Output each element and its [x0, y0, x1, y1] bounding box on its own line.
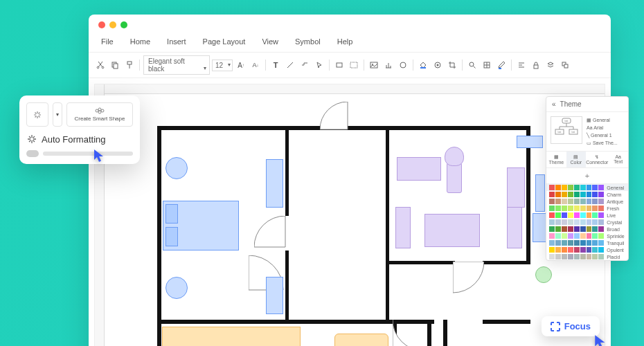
auto-formatting-row[interactable]: Auto Formatting	[26, 134, 133, 145]
auto-icon-btn[interactable]	[26, 102, 48, 127]
table-icon[interactable]	[481, 59, 493, 71]
line-tool-icon[interactable]	[284, 59, 296, 71]
minimize-icon[interactable]	[109, 21, 116, 28]
layers-icon[interactable]	[544, 59, 557, 71]
cut-icon[interactable]	[94, 59, 107, 71]
text-tool-icon[interactable]: T	[269, 59, 282, 71]
theme-thumbnail[interactable]: texttexttext	[551, 116, 582, 144]
chart-icon[interactable]	[382, 59, 395, 71]
furniture-armchair[interactable]	[447, 163, 462, 193]
ruler-h	[95, 84, 605, 94]
theme-panel: «Theme texttexttext ▦ General Aa Arial ╲…	[546, 96, 629, 261]
palette-label: Antique	[605, 199, 625, 204]
theme-tab-theme[interactable]: ▦Theme	[546, 152, 566, 167]
lock-icon[interactable]	[530, 59, 542, 71]
theme-tab-connector[interactable]: ↯Connector	[586, 152, 608, 167]
theme-tab-color[interactable]: ▤Color	[566, 152, 587, 167]
palette-row[interactable]: Placid	[546, 253, 628, 260]
furniture-table-side[interactable]	[507, 167, 525, 208]
palette-row[interactable]: Broad	[546, 226, 628, 233]
search-icon[interactable]	[466, 59, 478, 71]
copy-icon[interactable]	[109, 59, 121, 71]
svg-text:text: text	[565, 120, 569, 122]
menu-file[interactable]: File	[94, 35, 120, 48]
palette-row[interactable]: Fresh	[546, 205, 628, 212]
size-select[interactable]: 12	[212, 60, 233, 71]
theme-opt-general1[interactable]: ╲ General 1	[585, 131, 624, 139]
palette-row[interactable]: Antique	[546, 198, 628, 205]
menu-page-layout[interactable]: Page Layout	[196, 35, 253, 48]
arrange-icon[interactable]	[559, 59, 571, 71]
svg-text:text: text	[572, 131, 575, 134]
svg-point-24	[98, 108, 101, 111]
furniture-sofa-bottom[interactable]	[334, 334, 388, 346]
increase-font-icon[interactable]: A↑	[235, 59, 247, 71]
crop-icon[interactable]	[446, 59, 458, 71]
container-icon[interactable]	[348, 59, 360, 71]
furniture-cabinet[interactable]	[266, 277, 283, 314]
svg-rect-16	[564, 64, 568, 68]
hyperlink-icon[interactable]	[397, 59, 409, 71]
furniture-toilet-round[interactable]	[445, 147, 464, 166]
svg-rect-14	[534, 65, 538, 69]
focus-button[interactable]: Focus	[542, 316, 600, 336]
palette-label: Fresh	[605, 206, 625, 211]
toolbar: Elegant soft black 12 A↑ A↓ T	[89, 52, 611, 78]
cursor-icon	[593, 334, 606, 346]
palette-row[interactable]: Charm	[546, 191, 628, 198]
furniture-tv[interactable]	[535, 174, 545, 212]
decrease-font-icon[interactable]: A↓	[249, 59, 262, 71]
furniture-toilet[interactable]	[166, 157, 188, 179]
palette-label: Sprinkle	[605, 234, 625, 239]
theme-opt-general[interactable]: ▦ General	[585, 116, 624, 124]
palette-row[interactable]: Sprinkle	[546, 233, 628, 239]
palette-row[interactable]: General	[546, 184, 628, 191]
pen-icon[interactable]	[495, 59, 508, 71]
furniture-plant[interactable]	[535, 266, 552, 283]
theme-opt-save[interactable]: ▭ Save The...	[585, 139, 624, 147]
connector-tool-icon[interactable]	[298, 59, 311, 71]
palette-row[interactable]: Tranquil	[546, 239, 628, 246]
pointer-icon[interactable]	[313, 59, 325, 71]
svg-point-0	[97, 66, 99, 69]
fill-icon[interactable]	[417, 59, 429, 71]
furniture-fixture[interactable]	[517, 136, 543, 148]
furniture-sofa-top[interactable]	[397, 157, 441, 181]
furniture-sofa-right[interactable]	[507, 207, 522, 248]
palette-label: Broad	[605, 227, 625, 232]
theme-panel-title: «Theme	[546, 97, 628, 112]
focus-icon	[551, 322, 560, 331]
furniture-desk[interactable]	[266, 159, 283, 208]
menu-insert[interactable]: Insert	[160, 35, 193, 48]
menu-help[interactable]: Help	[330, 35, 360, 48]
shapes-icon[interactable]	[333, 59, 346, 71]
auto-formatting-slider[interactable]	[26, 150, 133, 157]
canvas[interactable]	[94, 84, 605, 346]
effects-icon[interactable]	[431, 59, 444, 71]
furniture-sofa-left[interactable]	[395, 207, 411, 248]
theme-opt-arial[interactable]: Aa Arial	[585, 124, 624, 131]
create-smart-shape-btn[interactable]: Create Smart Shape	[66, 102, 133, 127]
align-icon[interactable]	[515, 59, 528, 71]
svg-point-23	[96, 109, 98, 112]
font-select[interactable]: Elegant soft black	[143, 55, 210, 75]
close-icon[interactable]	[98, 21, 105, 28]
palette-row[interactable]: Live	[546, 212, 628, 219]
palette-label: General	[605, 185, 625, 190]
format-painter-icon[interactable]	[123, 59, 136, 71]
menu-view[interactable]: View	[255, 35, 285, 48]
maximize-icon[interactable]	[120, 21, 127, 28]
menu-home[interactable]: Home	[123, 35, 157, 48]
auto-icon-dropdown[interactable]: ▾	[53, 102, 62, 127]
theme-tab-text[interactable]: AaText	[608, 152, 628, 167]
menu-symbol[interactable]: Symbol	[288, 35, 328, 48]
furniture-counter[interactable]	[162, 327, 301, 346]
palette-row[interactable]: Opulent	[546, 246, 628, 253]
furniture-nightstand[interactable]	[166, 277, 188, 299]
theme-add-button[interactable]: +	[546, 168, 628, 184]
palette-row[interactable]: Crystal	[546, 219, 628, 226]
svg-rect-5	[337, 63, 342, 67]
image-icon[interactable]	[368, 59, 380, 71]
svg-point-25	[101, 109, 104, 112]
furniture-coffee-table[interactable]	[424, 214, 480, 247]
